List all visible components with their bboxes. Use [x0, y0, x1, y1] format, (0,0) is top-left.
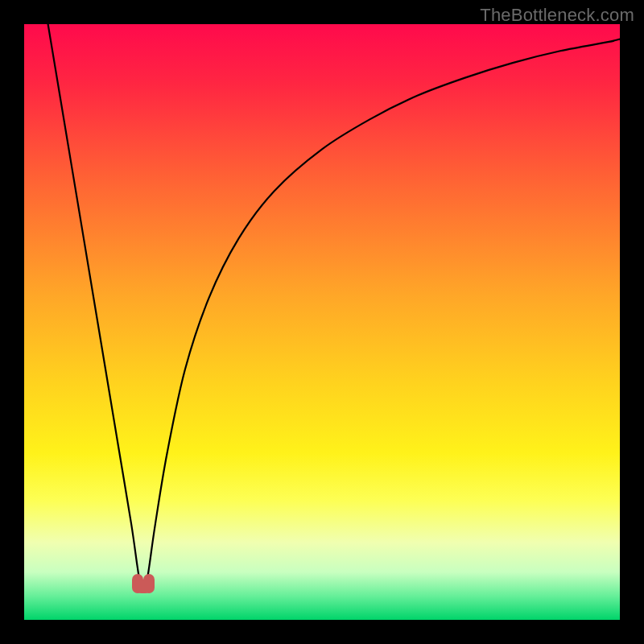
bottleneck-curve [24, 24, 620, 620]
optimal-point-marker [131, 572, 155, 593]
plot-area [24, 24, 620, 620]
chart-frame: TheBottleneck.com [0, 0, 644, 644]
marker-bridge [136, 584, 151, 593]
watermark-text: TheBottleneck.com [480, 5, 634, 26]
